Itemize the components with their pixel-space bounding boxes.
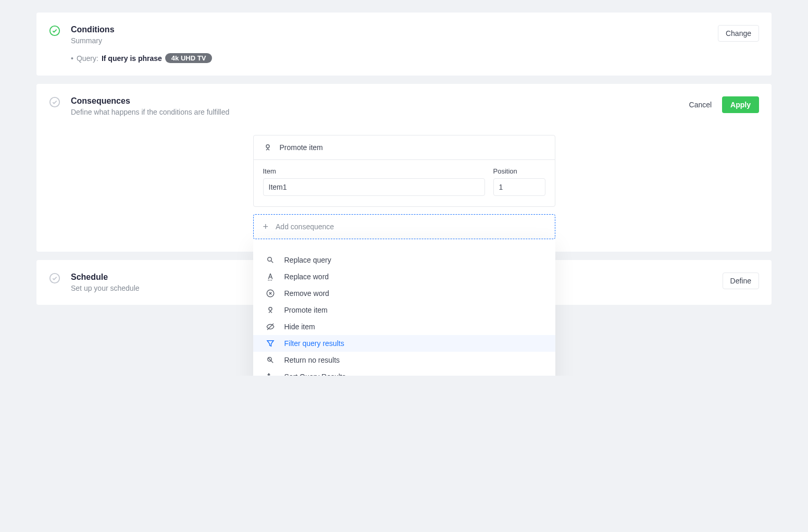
consequences-card: Consequences Define what happens if the … bbox=[36, 84, 772, 252]
query-summary-line: • Query: If query is phrase 4k UHD TV bbox=[71, 53, 759, 63]
conditions-subtitle: Summary bbox=[71, 36, 707, 45]
check-circle-icon bbox=[49, 25, 60, 36]
conditions-header: Conditions Summary Change bbox=[49, 25, 759, 45]
svg-point-0 bbox=[50, 26, 59, 35]
consequence-type-dropdown: Replace query Replace word Remove word bbox=[253, 239, 555, 376]
promote-item-label: Promote item bbox=[280, 143, 323, 152]
consequences-title-block: Consequences Define what happens if the … bbox=[71, 96, 674, 116]
promote-item-body: Item Position bbox=[254, 160, 555, 206]
menu-remove-word[interactable]: Remove word bbox=[253, 285, 555, 302]
plus-icon: + bbox=[263, 222, 269, 231]
add-consequence-label: Add consequence bbox=[276, 222, 334, 231]
sort-icon bbox=[266, 372, 275, 376]
check-circle-icon bbox=[49, 273, 60, 284]
return-no-results-icon bbox=[266, 355, 275, 365]
svg-point-7 bbox=[50, 274, 59, 283]
conditions-title: Conditions bbox=[71, 25, 707, 34]
item-field-label: Item bbox=[263, 167, 485, 175]
conditions-title-block: Conditions Summary bbox=[71, 25, 707, 45]
define-button[interactable]: Define bbox=[723, 273, 759, 289]
menu-replace-word[interactable]: Replace word bbox=[253, 268, 555, 285]
consequences-title: Consequences bbox=[71, 96, 674, 106]
menu-hide-item[interactable]: Hide item bbox=[253, 318, 555, 335]
change-button[interactable]: Change bbox=[718, 25, 759, 42]
position-field-label: Position bbox=[493, 167, 545, 175]
menu-return-no-results[interactable]: Return no results bbox=[253, 352, 555, 368]
hide-item-icon bbox=[266, 322, 275, 331]
svg-point-5 bbox=[269, 307, 272, 311]
menu-sort-query-results-label: Sort Query Results bbox=[284, 373, 346, 376]
item-field: Item bbox=[263, 167, 485, 196]
add-consequence-button[interactable]: + Add consequence bbox=[253, 214, 555, 239]
conditions-card: Conditions Summary Change • Query: If qu… bbox=[36, 13, 772, 76]
promote-item-header: Promote item bbox=[254, 135, 555, 160]
query-text: If query is phrase bbox=[102, 54, 162, 63]
check-circle-icon bbox=[49, 96, 60, 108]
menu-filter-query-results-label: Filter query results bbox=[284, 339, 344, 348]
svg-point-1 bbox=[50, 97, 59, 107]
svg-point-3 bbox=[267, 257, 271, 262]
menu-promote-item-label: Promote item bbox=[284, 306, 328, 314]
apply-button[interactable]: Apply bbox=[722, 96, 759, 113]
promote-icon bbox=[263, 143, 272, 152]
promote-item-box: Promote item Item Position bbox=[253, 135, 555, 207]
position-field: Position bbox=[493, 167, 545, 196]
menu-filter-query-results[interactable]: Filter query results bbox=[253, 335, 555, 352]
menu-hide-item-label: Hide item bbox=[284, 323, 315, 331]
menu-remove-word-label: Remove word bbox=[284, 289, 329, 298]
item-input[interactable] bbox=[263, 178, 485, 196]
query-label: Query: bbox=[77, 54, 98, 63]
conditions-summary: • Query: If query is phrase 4k UHD TV bbox=[71, 53, 759, 63]
consequences-editor: Promote item Item Position + Add consequ… bbox=[253, 135, 555, 239]
replace-query-icon bbox=[266, 255, 275, 265]
filter-icon bbox=[266, 339, 275, 348]
menu-sort-query-results[interactable]: Sort Query Results bbox=[253, 368, 555, 376]
menu-replace-query-label: Replace query bbox=[284, 256, 331, 264]
menu-return-no-results-label: Return no results bbox=[284, 356, 340, 364]
replace-word-icon bbox=[266, 272, 275, 281]
svg-point-2 bbox=[266, 145, 269, 148]
position-input[interactable] bbox=[493, 178, 545, 196]
bullet-icon: • bbox=[71, 54, 73, 63]
menu-replace-word-label: Replace word bbox=[284, 273, 329, 281]
menu-promote-item[interactable]: Promote item bbox=[253, 302, 555, 318]
consequences-subtitle: Define what happens if the conditions ar… bbox=[71, 108, 674, 116]
cancel-button[interactable]: Cancel bbox=[684, 97, 717, 113]
query-value-pill: 4k UHD TV bbox=[165, 53, 212, 63]
menu-replace-query[interactable]: Replace query bbox=[253, 252, 555, 268]
promote-item-icon bbox=[266, 305, 275, 315]
consequences-header: Consequences Define what happens if the … bbox=[49, 96, 759, 116]
remove-word-icon bbox=[266, 289, 275, 298]
